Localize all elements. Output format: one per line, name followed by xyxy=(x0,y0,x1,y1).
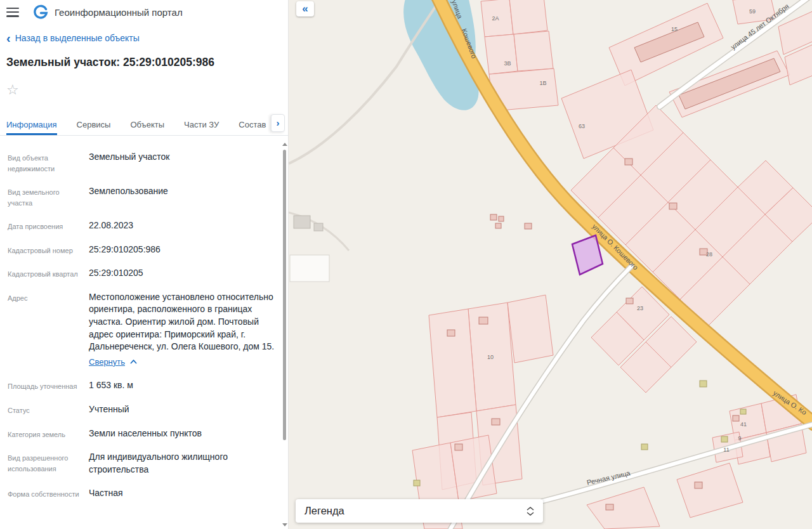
info-value: 22.08.2023 xyxy=(89,219,275,232)
back-chevron-icon: ‹ xyxy=(6,34,11,42)
info-label: Кадастровый квартал xyxy=(8,267,89,280)
info-row: Вид объекта недвижимости Земельный участ… xyxy=(8,151,275,174)
tab-information[interactable]: Информация xyxy=(6,120,57,135)
info-label: Адрес xyxy=(8,291,89,369)
chevron-up-icon xyxy=(130,360,137,364)
info-row: Форма собственности Частная xyxy=(8,487,275,500)
sidebar-scrollbar[interactable] xyxy=(282,141,287,529)
tab-services[interactable]: Сервисы xyxy=(77,120,111,135)
scrollbar-up-arrow-icon[interactable] xyxy=(282,143,287,146)
legend-title: Легенда xyxy=(304,505,344,517)
info-row: Вид разрешенного использования Для индив… xyxy=(8,451,275,476)
legend-bar[interactable]: Легенда xyxy=(296,499,543,523)
info-label: Статус xyxy=(8,403,89,416)
parcel-number-label: 1В xyxy=(539,80,546,86)
parcel-number-label: 9 xyxy=(738,435,741,441)
info-value: Земли населенных пунктов xyxy=(89,428,275,440)
info-value: Землепользование xyxy=(89,185,275,208)
info-list: Вид объекта недвижимости Земельный участ… xyxy=(0,141,283,529)
info-row: Площадь уточненная 1 653 кв. м xyxy=(8,379,275,392)
tab-parcel-parts[interactable]: Части ЗУ xyxy=(184,120,219,135)
map-canvas[interactable]: улица Кошевого улица О. Кошевого улица 4… xyxy=(289,0,812,529)
map-area: улица Кошевого улица О. Кошевого улица 4… xyxy=(289,0,812,529)
info-label: Дата присвоения xyxy=(8,219,89,232)
info-row: Категория земель Земли населенных пункто… xyxy=(8,428,275,440)
parcel-number-label: 3В xyxy=(504,60,511,67)
scrollbar-down-arrow-icon[interactable] xyxy=(282,523,287,526)
parcel-number-label: 28 xyxy=(706,251,712,258)
white-parcel xyxy=(290,255,329,282)
info-row: Статус Учтенный xyxy=(8,403,275,416)
scrollbar-thumb[interactable] xyxy=(283,150,286,440)
sidebar-header: Геоинформационный портал xyxy=(0,0,288,22)
parcel-number-label: 59 xyxy=(749,8,756,15)
info-value: Частная xyxy=(89,487,275,500)
tabs-bar: Информация Сервисы Объекты Части ЗУ Сост… xyxy=(0,115,288,136)
info-value: 25:29:010205 xyxy=(89,267,275,280)
info-value: Земельный участок xyxy=(89,151,275,174)
info-row-address: Адрес Местоположение установлено относит… xyxy=(8,291,275,369)
parcel-number-label: 10 xyxy=(487,354,494,360)
info-value: Местоположение установлено относительно … xyxy=(89,291,275,369)
legend-expand-icon[interactable] xyxy=(527,507,534,516)
info-label: Категория земель xyxy=(8,428,89,440)
menu-icon[interactable] xyxy=(6,8,19,17)
tabs-overflow-button[interactable]: › xyxy=(271,114,285,132)
collapse-link-label: Свернуть xyxy=(89,357,125,367)
info-label: Вид объекта недвижимости xyxy=(8,151,89,174)
object-info-panel: Геоинформационный портал ‹ Назад в выдел… xyxy=(0,0,289,529)
parcel-number-label: 11 xyxy=(723,447,729,453)
page-title: Земельный участок: 25:29:010205:986 xyxy=(6,56,273,69)
back-link[interactable]: ‹ Назад в выделенные объекты xyxy=(6,33,140,43)
info-row: Кадастровый номер 25:29:010205:986 xyxy=(8,244,275,256)
info-value: Учтенный xyxy=(89,403,275,416)
panel-collapse-button[interactable]: « xyxy=(296,1,314,16)
favorite-star-icon[interactable]: ☆ xyxy=(6,83,19,97)
info-value: 25:29:010205:986 xyxy=(89,244,275,256)
info-value: Для индивидуального жилищного строительс… xyxy=(89,451,275,476)
address-collapse-link[interactable]: Свернуть xyxy=(89,357,137,367)
info-label: Вид земельного участка xyxy=(8,185,89,208)
app-title: Геоинформационный портал xyxy=(55,7,183,18)
info-row: Дата присвоения 22.08.2023 xyxy=(8,219,275,232)
info-value: 1 653 кв. м xyxy=(89,379,275,392)
info-label: Форма собственности xyxy=(8,487,89,500)
parcel-number-label: 23 xyxy=(637,305,643,311)
parcel-number-label: 41 xyxy=(740,421,747,428)
info-label: Вид разрешенного использования xyxy=(8,451,89,476)
parcel-number-label: 15 xyxy=(671,26,678,32)
info-row: Кадастровый квартал 25:29:010205 xyxy=(8,267,275,280)
address-text: Местоположение установлено относительно … xyxy=(89,292,274,351)
back-link-label: Назад в выделенные объекты xyxy=(15,33,140,43)
parcel-number-label: 63 xyxy=(579,123,585,129)
parcel-number-label: 2А xyxy=(492,15,499,22)
info-label: Площадь уточненная xyxy=(8,379,89,392)
info-row: Вид земельного участка Землепользование xyxy=(8,185,275,208)
geoportal-app: Геоинформационный портал ‹ Назад в выдел… xyxy=(0,0,812,529)
app-logo-icon xyxy=(33,4,48,20)
tab-composition[interactable]: Состав xyxy=(239,120,266,135)
info-label: Кадастровый номер xyxy=(8,244,89,256)
tab-objects[interactable]: Объекты xyxy=(130,120,164,135)
